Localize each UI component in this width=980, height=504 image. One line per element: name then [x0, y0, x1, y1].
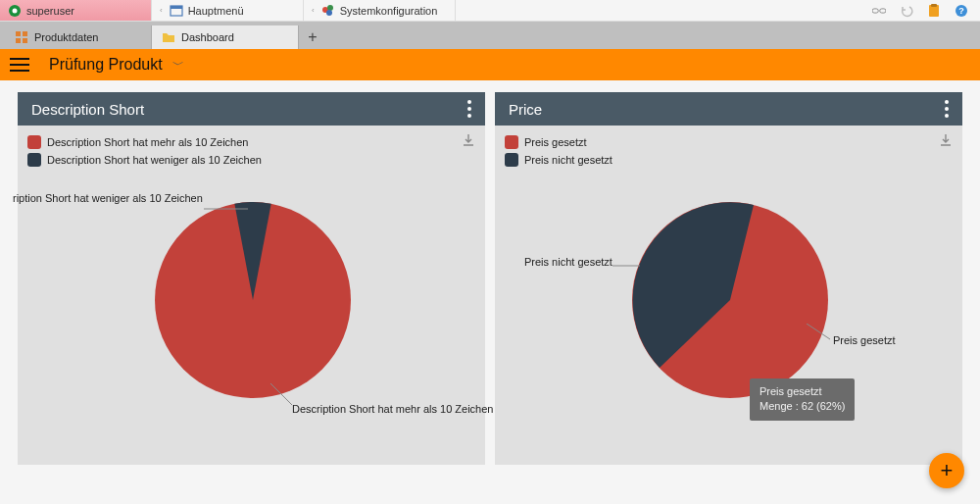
svg-rect-15 — [16, 38, 21, 43]
svg-rect-14 — [23, 31, 27, 36]
puzzle-icon — [321, 4, 335, 18]
card-title: Description Short — [31, 101, 144, 118]
system-menubar: superuser ‹ Hauptmenü ‹ Systemkonfigurat… — [0, 0, 980, 22]
link-icon[interactable] — [872, 4, 886, 18]
menu-superuser[interactable]: superuser — [0, 0, 152, 21]
swatch-navy — [27, 153, 41, 167]
menu-toggle-icon[interactable] — [10, 58, 29, 72]
chart-tooltip: Preis gesetzt Menge : 62 (62%) — [750, 378, 855, 421]
menu-mainmenu-label: Hauptmenü — [188, 5, 244, 17]
svg-line-19 — [270, 383, 292, 405]
chevron-down-icon: ﹀ — [172, 57, 184, 74]
slice-label-more: Description Short hat mehr als 10 Zeiche… — [292, 403, 493, 415]
card-title: Price — [509, 101, 542, 118]
user-status-icon — [8, 4, 22, 18]
kebab-menu-icon[interactable] — [467, 100, 471, 118]
pie-chart-desc: ription Short hat weniger als 10 Zeichen… — [18, 173, 485, 447]
card-header: Description Short — [18, 92, 485, 126]
slice-label-notset: Preis nicht gesetzt — [524, 256, 612, 268]
card-description-short: Description Short Description Short hat … — [18, 92, 485, 465]
page-title: Prüfung Produkt — [49, 56, 163, 74]
menubar-right-icons: ? — [860, 0, 980, 21]
tooltip-value: Menge : 62 (62%) — [760, 399, 845, 414]
svg-text:?: ? — [958, 6, 964, 16]
menu-mainmenu[interactable]: ‹ Hauptmenü — [152, 0, 304, 21]
slice-label-less: ription Short hat weniger als 10 Zeichen — [13, 192, 203, 204]
svg-rect-13 — [16, 31, 21, 36]
clipboard-icon[interactable] — [927, 4, 941, 18]
legend-less[interactable]: Description Short hat weniger als 10 Zei… — [27, 151, 475, 169]
download-icon[interactable] — [939, 133, 953, 150]
tab-produktdaten-label: Produktdaten — [34, 31, 98, 43]
legend-set[interactable]: Preis gesetzt — [505, 133, 953, 151]
document-tabbar: Produktdaten Dashboard + — [0, 22, 980, 49]
svg-point-1 — [13, 8, 18, 13]
folder-icon — [162, 30, 175, 44]
svg-rect-3 — [171, 6, 182, 9]
menu-superuser-label: superuser — [26, 5, 74, 17]
tab-dashboard-label: Dashboard — [181, 31, 234, 43]
page-title-dropdown[interactable]: Prüfung Produkt ﹀ — [49, 56, 184, 74]
page-header: Prüfung Produkt ﹀ — [0, 49, 980, 80]
legend-more[interactable]: Description Short hat mehr als 10 Zeiche… — [27, 133, 475, 151]
legend: Preis gesetzt Preis nicht gesetzt — [495, 126, 962, 173]
grid-icon — [15, 30, 28, 44]
svg-point-6 — [326, 10, 332, 16]
legend-notset[interactable]: Preis nicht gesetzt — [505, 151, 953, 169]
tab-add-button[interactable]: + — [299, 25, 326, 49]
svg-rect-7 — [872, 8, 878, 12]
menu-syscfg[interactable]: ‹ Systemkonfiguration — [304, 0, 456, 21]
svg-rect-10 — [931, 4, 937, 7]
swatch-red — [505, 135, 518, 149]
legend: Description Short hat mehr als 10 Zeiche… — [18, 126, 485, 173]
pie-chart-price: Preis nicht gesetzt Preis gesetzt Preis … — [495, 173, 962, 447]
card-header: Price — [495, 92, 962, 126]
tooltip-title: Preis gesetzt — [760, 384, 845, 399]
svg-rect-8 — [880, 8, 886, 12]
download-icon[interactable] — [462, 133, 475, 150]
slice-label-set: Preis gesetzt — [833, 334, 896, 346]
fab-add[interactable]: + — [929, 453, 964, 488]
svg-rect-16 — [23, 38, 27, 43]
menu-syscfg-label: Systemkonfiguration — [340, 5, 438, 17]
tab-dashboard[interactable]: Dashboard — [152, 25, 299, 49]
undo-icon[interactable] — [900, 4, 913, 18]
card-price: Price Preis gesetzt Preis nicht gesetzt … — [495, 92, 962, 465]
svg-line-22 — [807, 324, 830, 339]
dashboard: Description Short Description Short hat … — [0, 80, 980, 477]
svg-point-5 — [327, 5, 333, 11]
swatch-navy — [505, 153, 518, 167]
window-icon — [170, 4, 183, 18]
help-icon[interactable]: ? — [955, 4, 968, 18]
kebab-menu-icon[interactable] — [945, 100, 949, 118]
swatch-red — [27, 135, 41, 149]
tab-produktdaten[interactable]: Produktdaten — [5, 25, 152, 49]
